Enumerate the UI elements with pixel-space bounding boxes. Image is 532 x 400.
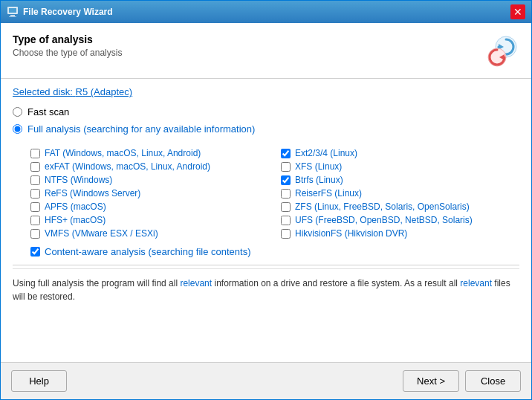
fs-apfs-checkbox[interactable] — [30, 202, 40, 212]
window-title: File Recovery Wizard — [23, 7, 510, 17]
content-aware-checkbox[interactable] — [30, 247, 40, 257]
svg-rect-3 — [9, 16, 16, 17]
fs-ufs-checkbox[interactable] — [281, 216, 291, 225]
footer: Help Next > Close — [1, 362, 531, 399]
svg-rect-2 — [10, 15, 15, 16]
full-analysis-radio[interactable] — [13, 124, 22, 134]
fs-btrfs[interactable]: Btrfs (Linux) — [281, 175, 519, 185]
fs-vmfs[interactable]: VMFS (VMware ESX / ESXi) — [30, 228, 269, 239]
fs-ntfs[interactable]: NTFS (Windows) — [30, 175, 269, 185]
footer-right: Next > Close — [403, 370, 521, 392]
fs-hfsplus-label: HFS+ (macOS) — [45, 215, 106, 225]
selected-disk-value: R5 (Adaptec) — [76, 86, 133, 97]
selected-disk-label: Selected disk: — [13, 86, 73, 97]
fs-zfs-checkbox[interactable] — [281, 202, 291, 212]
close-window-button[interactable]: ✕ — [510, 4, 525, 19]
fs-xfs[interactable]: XFS (Linux) — [281, 161, 519, 172]
header-text: Type of analysis Choose the type of anal… — [13, 33, 122, 58]
fs-fat-label: FAT (Windows, macOS, Linux, Android) — [45, 148, 201, 158]
svg-rect-1 — [9, 8, 16, 13]
fs-ntfs-label: NTFS (Windows) — [45, 175, 112, 185]
fs-hikvision-label: HikvisionFS (Hikvision DVR) — [295, 228, 407, 239]
fs-xfs-checkbox[interactable] — [281, 162, 291, 172]
fs-fat-checkbox[interactable] — [30, 149, 40, 158]
fs-btrfs-checkbox[interactable] — [281, 175, 291, 185]
fs-ntfs-checkbox[interactable] — [30, 175, 40, 185]
fs-refs-label: ReFS (Windows Server) — [45, 188, 140, 199]
fast-scan-label: Fast scan — [27, 106, 69, 117]
fs-ext234-label: Ext2/3/4 (Linux) — [295, 148, 357, 158]
title-bar: File Recovery Wizard ✕ — [1, 1, 531, 23]
fs-zfs-label: ZFS (Linux, FreeBSD, Solaris, OpenSolari… — [295, 201, 470, 212]
wizard-icon — [484, 33, 519, 69]
fs-apfs[interactable]: APFS (macOS) — [30, 201, 269, 212]
footer-left: Help — [11, 370, 67, 392]
fs-hikvision-checkbox[interactable] — [281, 229, 291, 239]
fs-zfs[interactable]: ZFS (Linux, FreeBSD, Solaris, OpenSolari… — [281, 201, 519, 212]
header-section: Type of analysis Choose the type of anal… — [1, 23, 531, 79]
fast-scan-radio[interactable] — [13, 107, 22, 117]
fs-exfat-checkbox[interactable] — [30, 162, 40, 172]
fs-ufs[interactable]: UFS (FreeBSD, OpenBSD, NetBSD, Solaris) — [281, 215, 519, 225]
fast-scan-option[interactable]: Fast scan — [13, 106, 519, 117]
app-icon — [7, 6, 19, 18]
fs-apfs-label: APFS (macOS) — [45, 201, 106, 212]
close-button[interactable]: Close — [465, 370, 521, 392]
fs-hfsplus-checkbox[interactable] — [30, 216, 40, 225]
fs-vmfs-label: VMFS (VMware ESX / ESXi) — [45, 228, 158, 239]
selected-disk[interactable]: Selected disk: R5 (Adaptec) — [13, 86, 132, 97]
fs-fat[interactable]: FAT (Windows, macOS, Linux, Android) — [30, 148, 269, 158]
fs-refs[interactable]: ReFS (Windows Server) — [30, 188, 269, 199]
fs-xfs-label: XFS (Linux) — [295, 161, 342, 172]
fs-reiserfs-label: ReiserFS (Linux) — [295, 188, 362, 199]
help-button[interactable]: Help — [11, 370, 67, 392]
description-text: Using full analysis the program will fin… — [13, 268, 519, 303]
fs-exfat-label: exFAT (Windows, macOS, Linux, Android) — [45, 161, 210, 172]
fs-ext234-checkbox[interactable] — [281, 149, 291, 158]
fs-vmfs-checkbox[interactable] — [30, 229, 40, 239]
wizard-step-subtitle: Choose the type of analysis — [13, 48, 122, 58]
full-analysis-option[interactable]: Full analysis (searching for any availab… — [13, 123, 519, 135]
full-analysis-label: Full analysis (searching for any availab… — [27, 123, 255, 135]
fs-ufs-label: UFS (FreeBSD, OpenBSD, NetBSD, Solaris) — [295, 215, 473, 225]
fs-hfsplus[interactable]: HFS+ (macOS) — [30, 215, 269, 225]
content-divider — [13, 265, 519, 265]
content-area: Selected disk: R5 (Adaptec) Fast scan Fu… — [1, 79, 531, 362]
next-button[interactable]: Next > — [403, 370, 459, 392]
fs-refs-checkbox[interactable] — [30, 189, 40, 199]
fs-hikvision[interactable]: HikvisionFS (Hikvision DVR) — [281, 228, 519, 239]
fs-btrfs-label: Btrfs (Linux) — [295, 175, 343, 185]
content-aware-label: Content-aware analysis (searching file c… — [45, 246, 250, 257]
content-aware-option[interactable]: Content-aware analysis (searching file c… — [30, 246, 519, 257]
fs-reiserfs-checkbox[interactable] — [281, 189, 291, 199]
fs-exfat[interactable]: exFAT (Windows, macOS, Linux, Android) — [30, 161, 269, 172]
wizard-step-title: Type of analysis — [13, 33, 122, 45]
fs-reiserfs[interactable]: ReiserFS (Linux) — [281, 188, 519, 199]
window: File Recovery Wizard ✕ Type of analysis … — [0, 0, 532, 400]
fs-ext234[interactable]: Ext2/3/4 (Linux) — [281, 148, 519, 158]
